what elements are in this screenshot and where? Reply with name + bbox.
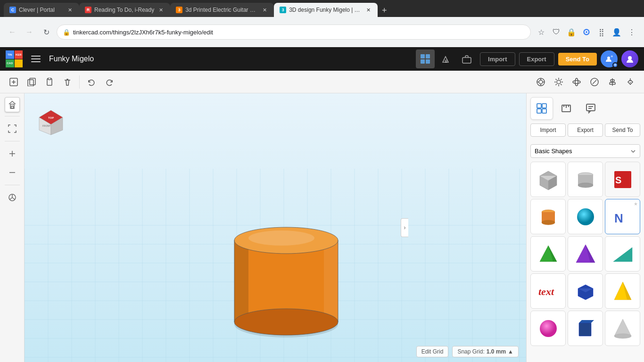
svg-line-34 bbox=[556, 84, 557, 85]
svg-point-131 bbox=[540, 320, 557, 337]
tinkercad-logo: TIN KER CAD bbox=[6, 50, 23, 67]
add-user-button[interactable]: + + bbox=[601, 50, 618, 67]
align-button[interactable] bbox=[604, 74, 620, 90]
header-right-buttons: Import Export Send To + + bbox=[416, 49, 638, 68]
bookmark-button[interactable]: ☆ bbox=[535, 25, 548, 39]
tab-tinkercad[interactable]: 3 3D design Funky Migelo | Tinker... ✕ bbox=[274, 3, 378, 17]
vpn-button[interactable]: 🔒 bbox=[565, 25, 578, 39]
svg-line-32 bbox=[561, 84, 561, 85]
apps-button[interactable]: ⣿ bbox=[595, 25, 608, 39]
svg-rect-96 bbox=[537, 104, 541, 108]
paste-button[interactable] bbox=[41, 74, 58, 90]
svg-marker-133 bbox=[579, 320, 594, 323]
shape-scribble[interactable]: S Scribble bbox=[605, 162, 640, 197]
tab-close-clever[interactable]: ✕ bbox=[66, 6, 74, 14]
profile-button[interactable]: 👤 bbox=[610, 25, 623, 39]
camera-view-button[interactable] bbox=[533, 74, 549, 90]
svg-text:TOP: TOP bbox=[48, 116, 54, 119]
view-cube[interactable]: TOP FRONT bbox=[32, 101, 70, 139]
shape-text[interactable]: text bbox=[530, 273, 566, 309]
logo-cell-ker: KER bbox=[15, 50, 23, 59]
browser-toolbar-icons: ☆ 🛡 🔒 ⣿ 👤 ⋮ bbox=[535, 25, 638, 39]
ruler-panel-tab[interactable] bbox=[555, 97, 578, 120]
axis-button[interactable] bbox=[4, 189, 21, 206]
tab-title-clever: Clever | Portal bbox=[19, 7, 63, 13]
refresh-button[interactable]: ↻ bbox=[40, 25, 53, 39]
import-button[interactable]: Import bbox=[480, 52, 515, 66]
tab-bar: C Clever | Portal ✕ R Reading To Do, i-R… bbox=[0, 0, 644, 17]
shape-sphere[interactable] bbox=[568, 199, 603, 234]
svg-text:S: S bbox=[615, 175, 621, 185]
app: TIN KER CAD Funky Migelo bbox=[0, 47, 644, 362]
shapes-category-select[interactable]: Basic Shapes Text & Numbers Featured bbox=[530, 144, 640, 158]
panel-export-button[interactable]: Export bbox=[568, 123, 603, 137]
zoom-out-button[interactable] bbox=[4, 164, 21, 181]
shape-sphere-pink[interactable] bbox=[530, 311, 566, 346]
svg-line-33 bbox=[561, 79, 561, 80]
fullscreen-button[interactable] bbox=[4, 120, 21, 137]
svg-point-14 bbox=[628, 56, 632, 60]
undo-button[interactable] bbox=[83, 74, 99, 90]
browser-chrome: C Clever | Portal ✕ R Reading To Do, i-R… bbox=[0, 0, 644, 47]
back-button[interactable]: ← bbox=[6, 25, 19, 39]
new-tab-button[interactable]: + bbox=[378, 4, 391, 17]
panel-toggle-button[interactable]: › bbox=[401, 218, 408, 237]
tab-clever[interactable]: C Clever | Portal ✕ bbox=[4, 3, 79, 17]
home-button[interactable] bbox=[5, 97, 20, 112]
svg-point-85 bbox=[248, 230, 314, 246]
panel-send-button[interactable]: Send To bbox=[605, 123, 640, 137]
build-button[interactable] bbox=[437, 49, 455, 68]
briefcase-button[interactable] bbox=[457, 49, 476, 68]
tab-close-guitar[interactable]: ✕ bbox=[261, 6, 268, 14]
chrome-extension-button[interactable] bbox=[580, 25, 593, 39]
panel-import-button[interactable]: Import bbox=[530, 123, 566, 137]
tab-iready[interactable]: R Reading To Do, i-Ready ✕ bbox=[79, 3, 170, 17]
logo-cell-cad: CAD bbox=[6, 59, 14, 68]
svg-point-35 bbox=[573, 81, 580, 83]
orbit-button[interactable] bbox=[569, 74, 585, 90]
shape-cylinder-gray[interactable] bbox=[568, 162, 603, 197]
redo-button[interactable] bbox=[101, 74, 117, 90]
light-button[interactable] bbox=[551, 74, 567, 90]
new-design-button[interactable] bbox=[6, 74, 22, 90]
shape-featured[interactable]: ★ N bbox=[605, 199, 640, 234]
zoom-in-button[interactable] bbox=[4, 145, 21, 162]
svg-text:N: N bbox=[614, 211, 623, 225]
forward-button[interactable]: → bbox=[23, 25, 36, 39]
extensions-button[interactable]: 🛡 bbox=[550, 25, 563, 39]
copy-button[interactable] bbox=[24, 74, 40, 90]
shape-prism[interactable] bbox=[568, 311, 603, 346]
svg-rect-17 bbox=[28, 80, 33, 86]
send-to-button[interactable]: Send To bbox=[558, 53, 597, 66]
chat-panel-tab[interactable] bbox=[579, 97, 602, 120]
shape-wedge[interactable] bbox=[605, 236, 640, 272]
menu-button[interactable]: ⋮ bbox=[625, 25, 638, 39]
mirror-button[interactable] bbox=[622, 74, 638, 90]
orbit2-button[interactable] bbox=[586, 74, 603, 90]
snap-grid-stepper[interactable]: ▲ bbox=[508, 348, 513, 355]
svg-rect-7 bbox=[426, 54, 430, 58]
hamburger-menu-button[interactable] bbox=[28, 51, 43, 66]
shape-cylinder-orange[interactable] bbox=[530, 199, 566, 234]
shape-box[interactable] bbox=[530, 162, 566, 197]
export-button[interactable]: Export bbox=[519, 52, 554, 66]
shape-cone[interactable] bbox=[605, 311, 640, 346]
shape-pyramid-green[interactable] bbox=[530, 236, 566, 272]
delete-button[interactable] bbox=[59, 74, 75, 90]
shape-pyramid-purple[interactable] bbox=[568, 236, 603, 272]
grid-view-button[interactable] bbox=[416, 49, 435, 68]
svg-marker-125 bbox=[613, 247, 632, 262]
edit-grid-button[interactable]: Edit Grid bbox=[416, 346, 449, 357]
svg-rect-4 bbox=[31, 58, 41, 59]
tab-guitar[interactable]: 3 3d Printed Electric Guitar Wall M... ✕ bbox=[170, 3, 274, 17]
user-avatar-button[interactable] bbox=[621, 50, 638, 67]
tab-close-tinkercad[interactable]: ✕ bbox=[364, 6, 372, 14]
canvas-area[interactable]: TOP FRONT › Edit Grid Snap Grid: 1.0 mm … bbox=[25, 93, 526, 362]
shape-pyramid-yellow[interactable] bbox=[605, 273, 640, 309]
svg-rect-6 bbox=[421, 54, 425, 58]
grid-panel-tab[interactable] bbox=[530, 97, 553, 120]
shape-box-navy[interactable] bbox=[568, 273, 603, 309]
svg-point-112 bbox=[578, 183, 593, 188]
tab-close-iready[interactable]: ✕ bbox=[157, 6, 165, 14]
url-bar[interactable]: 🔒 tinkercad.com/things/2lzJXh6r7k5-funky… bbox=[57, 25, 531, 40]
